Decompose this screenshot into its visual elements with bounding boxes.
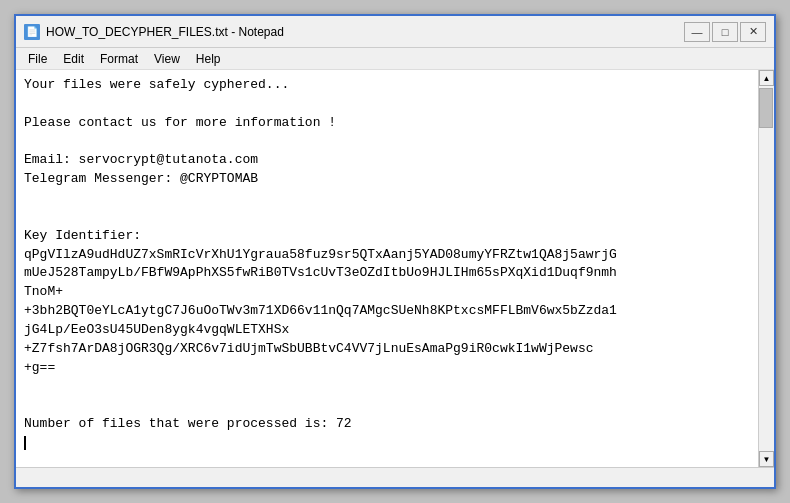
- status-bar: [16, 467, 774, 487]
- menu-bar: File Edit Format View Help: [16, 48, 774, 70]
- text-cursor: [24, 436, 26, 450]
- vertical-scrollbar[interactable]: ▲ ▼: [758, 70, 774, 467]
- menu-edit[interactable]: Edit: [55, 50, 92, 68]
- notepad-window: 📄 HOW_TO_DECYPHER_FILES.txt - Notepad — …: [14, 14, 776, 489]
- menu-file[interactable]: File: [20, 50, 55, 68]
- window-title: HOW_TO_DECYPHER_FILES.txt - Notepad: [46, 25, 684, 39]
- menu-format[interactable]: Format: [92, 50, 146, 68]
- window-controls: — □ ✕: [684, 22, 766, 42]
- scroll-thumb[interactable]: [759, 88, 773, 128]
- title-bar: 📄 HOW_TO_DECYPHER_FILES.txt - Notepad — …: [16, 16, 774, 48]
- scroll-down-arrow[interactable]: ▼: [759, 451, 774, 467]
- text-content[interactable]: Your files were safely cyphered... Pleas…: [16, 70, 758, 467]
- scroll-track[interactable]: [759, 86, 774, 451]
- content-area: GT Your files were safely cyphered... Pl…: [16, 70, 774, 467]
- menu-help[interactable]: Help: [188, 50, 229, 68]
- maximize-button[interactable]: □: [712, 22, 738, 42]
- app-icon: 📄: [24, 24, 40, 40]
- close-button[interactable]: ✕: [740, 22, 766, 42]
- minimize-button[interactable]: —: [684, 22, 710, 42]
- scroll-up-arrow[interactable]: ▲: [759, 70, 774, 86]
- menu-view[interactable]: View: [146, 50, 188, 68]
